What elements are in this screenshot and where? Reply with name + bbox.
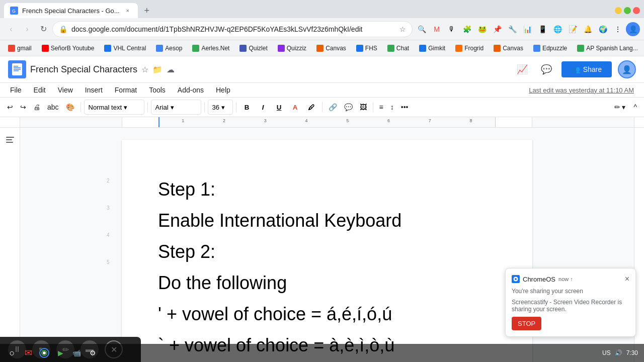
bookmark-fhs[interactable]: FHS (352, 44, 381, 53)
taskbar-meet-icon[interactable]: 📹 (70, 347, 83, 359)
bookmark-star-icon[interactable]: ☆ (399, 25, 406, 33)
align-button[interactable]: ≡ (376, 100, 386, 115)
bookmark-quizziz[interactable]: Quizziz (274, 44, 310, 53)
ext-icon-3[interactable]: 🧩 (460, 22, 474, 36)
image-button[interactable]: 🖼 (357, 100, 370, 115)
underline-button[interactable]: U (272, 100, 287, 115)
style-select[interactable]: Normal text ▾ (84, 100, 144, 115)
taskbar-gmail-icon[interactable]: ✉ (22, 347, 34, 359)
ext-icon-9[interactable]: 🌐 (550, 22, 565, 36)
ext-icon-8[interactable]: 📱 (535, 22, 549, 36)
line-spacing-button[interactable]: ↕ (387, 100, 397, 115)
bookmark-gimkit[interactable]: Gimkit (415, 44, 449, 53)
ext-icon-6[interactable]: 🔧 (505, 22, 519, 36)
tab-close-button[interactable]: × (124, 7, 132, 15)
link-button[interactable]: 🔗 (326, 100, 340, 115)
bookmark-ap-spanish[interactable]: AP Spanish Lang... (573, 44, 642, 53)
launcher-button[interactable]: ○ (6, 347, 18, 359)
menu-file[interactable]: File (4, 83, 28, 97)
menu-view[interactable]: View (52, 83, 79, 97)
menu-edit[interactable]: Edit (28, 83, 52, 97)
bookmark-aesop[interactable]: Aesop (152, 44, 186, 53)
address-bar-toolbar: ‹ › ↻ 🔒 ☆ 🔍 M 🎙 🧩 🐸 📌 🔧 📊 📱 🌐 📝 🔔 🌍 ⋮ 👤 (0, 18, 644, 40)
ext-icon-1[interactable]: 🔍 (415, 22, 429, 36)
new-tab-button[interactable]: + (140, 4, 154, 18)
ext-icon-5[interactable]: 📌 (490, 22, 504, 36)
spell-check-button[interactable]: abc (44, 100, 62, 115)
undo-button[interactable]: ↩ (4, 100, 16, 115)
minimize-button[interactable] (615, 7, 622, 14)
maximize-button[interactable] (624, 7, 631, 14)
taskbar-chrome-icon[interactable] (38, 347, 50, 359)
address-bar[interactable]: 🔒 ☆ (52, 21, 413, 37)
bookmark-vhl[interactable]: VHL Central (100, 44, 150, 53)
comments-icon[interactable]: 💬 (537, 60, 555, 78)
menu-addons[interactable]: Add-ons (172, 83, 210, 97)
bookmark-favicon (533, 45, 540, 52)
document-content[interactable]: Step 1: Enable International Keyboard St… (158, 176, 496, 359)
last-edit-timestamp[interactable]: Last edit was yesterday at 11:10 AM (523, 83, 640, 97)
ext-icon-2[interactable]: 🎙 (445, 22, 459, 36)
user-avatar[interactable]: 👤 (618, 60, 636, 78)
bookmark-gmail[interactable]: gmail (4, 44, 36, 53)
print-button[interactable]: 🖨 (30, 100, 43, 115)
paint-format-button[interactable]: 🎨 (63, 100, 77, 115)
ext-icon-10[interactable]: 📝 (566, 22, 580, 36)
ext-icon-11[interactable]: 🔔 (581, 22, 595, 36)
line-num-4: 4 (107, 230, 110, 257)
edit-mode-button[interactable]: ✏ ▾ (611, 100, 629, 115)
bookmark-edpuzzle[interactable]: Edpuzzle (529, 44, 571, 53)
forward-button[interactable]: › (20, 22, 34, 36)
bookmark-senorb[interactable]: SeñorB Youtube (38, 44, 99, 53)
menu-help[interactable]: Help (210, 83, 236, 97)
taskbar-apps-icon[interactable]: ▶ (54, 347, 66, 359)
share-button[interactable]: 👥 Share (561, 61, 612, 77)
taskbar-settings-icon[interactable]: ⚙ (87, 347, 99, 359)
docs-app-icon[interactable] (8, 60, 26, 78)
cloud-save-icon[interactable]: ☁ (167, 65, 175, 74)
bookmark-quizlet[interactable]: Quizlet (235, 44, 271, 53)
active-tab[interactable]: G French Special Characters - Go... × (4, 3, 138, 18)
font-size-select[interactable]: 36 ▾ (208, 100, 233, 115)
bookmark-canvas[interactable]: Canvas (312, 44, 350, 53)
line-num-2: 2 (107, 176, 110, 203)
menu-format[interactable]: Format (109, 83, 143, 97)
profile-icon[interactable]: 👤 (626, 22, 640, 36)
ext-icon-12[interactable]: 🌍 (596, 22, 610, 36)
add-to-drive-icon[interactable]: 📁 (152, 65, 163, 74)
ext-icon-gmail[interactable]: M (430, 22, 444, 36)
activity-icon[interactable]: 📈 (513, 60, 531, 78)
outline-icon[interactable] (2, 132, 18, 148)
notification-close-button[interactable]: × (625, 275, 629, 284)
back-button[interactable]: ‹ (4, 22, 18, 36)
text-color-button[interactable]: A (288, 100, 303, 115)
bookmark-chat[interactable]: Chat (383, 44, 413, 53)
bold-button[interactable]: B (239, 100, 255, 115)
ext-icon-7[interactable]: 📊 (520, 22, 534, 36)
stop-sharing-button[interactable]: STOP (512, 317, 541, 330)
ext-icon-4[interactable]: 🐸 (475, 22, 489, 36)
reload-button[interactable]: ↻ (36, 22, 50, 36)
highlight-button[interactable]: 🖊 (304, 100, 319, 115)
format-toolbar: ↩ ↪ 🖨 abc 🎨 Normal text ▾ Arial ▾ 36 ▾ B… (0, 98, 644, 117)
more-button[interactable]: ••• (398, 100, 412, 115)
bookmark-label: FHS (365, 45, 377, 52)
document-title[interactable]: French Special Characters (30, 64, 137, 75)
content-step1: Step 1: (158, 176, 496, 203)
notification-title: ChromeOS now ↑ (512, 275, 573, 283)
collapse-toolbar-button[interactable]: ^ (630, 100, 640, 115)
close-button[interactable] (633, 7, 640, 14)
bookmark-canvas2[interactable]: Canvas (490, 44, 527, 53)
font-arrow-icon: ▾ (171, 104, 174, 111)
menu-tools[interactable]: Tools (143, 83, 172, 97)
menu-insert[interactable]: Insert (79, 83, 109, 97)
redo-button[interactable]: ↪ (17, 100, 29, 115)
url-input[interactable] (71, 25, 395, 33)
comment-button[interactable]: 💬 (341, 100, 356, 115)
bookmark-aerles[interactable]: Aerles.Net (188, 44, 233, 53)
bookmark-frogrid[interactable]: Frogrid (451, 44, 488, 53)
more-extensions-button[interactable]: ⋮ (611, 22, 625, 36)
star-icon[interactable]: ☆ (141, 65, 148, 74)
font-select[interactable]: Arial ▾ (151, 100, 201, 115)
italic-button[interactable]: I (256, 100, 271, 115)
